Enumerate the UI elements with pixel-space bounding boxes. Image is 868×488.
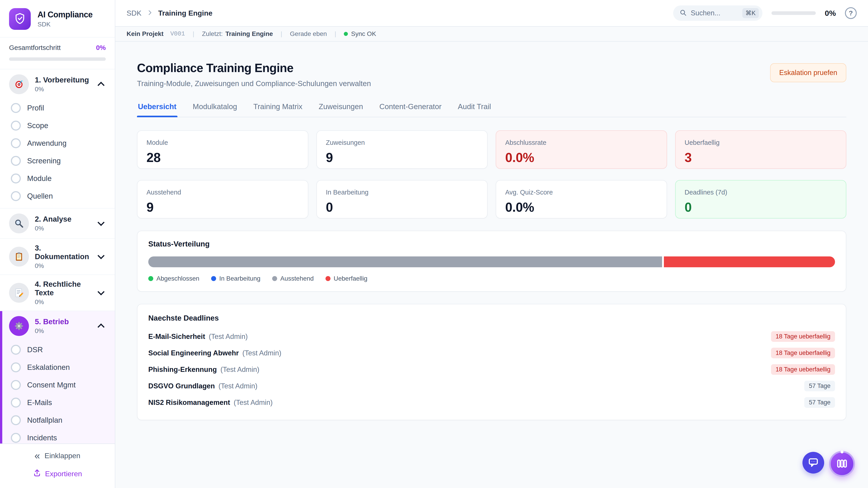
app-logo [9,8,31,30]
deadline-module: NIS2 Risikomanagement [148,398,230,407]
legend-dot-icon [148,276,153,281]
tab-content-generator[interactable]: Content-Generator [378,101,442,117]
sync-status-text: Sync OK [351,30,376,37]
sidebar-item-notfallplan[interactable]: Notfallplan [0,412,115,429]
tab-modulkatalog[interactable]: Modulkatalog [192,101,238,117]
step-label: Profil [27,104,44,112]
sidebar-item-incidents[interactable]: Incidents [0,429,115,444]
sidebar-item-dsr[interactable]: DSR [0,341,115,359]
app-subtitle: SDK [37,21,93,28]
sidebar-nav: 1. Vorbereitung 0% Profil Scope Anwendun… [0,69,115,444]
deadline-module: Phishing-Erkennung [148,365,217,374]
target-icon [9,74,29,94]
step-circle-icon [11,415,21,425]
search-box[interactable]: ⌘K [673,5,763,21]
stat-value: 9 [147,200,299,215]
tab-uebersicht[interactable]: Uebersicht [137,101,178,117]
sidebar-item-module[interactable]: Module [0,170,115,187]
deadline-assignee: (Test Admin) [242,349,281,357]
page-title: Compliance Training Engine [137,61,371,75]
deadline-row: NIS2 Risikomanagement (Test Admin) 57 Ta… [148,394,835,411]
stat-card: Module 28 [137,130,308,169]
upload-icon [33,468,41,479]
sidebar-item-anwendung[interactable]: Anwendung [0,134,115,152]
tab-bar: UebersichtModulkatalogTraining MatrixZuw… [137,101,846,117]
section-progress: 0% [35,298,93,306]
double-chevron-left-icon: « [35,453,40,459]
step-circle-icon [11,103,21,113]
sidebar-section: 5. Betrieb 0% DSR Eskalationen Consent M… [0,311,115,444]
app-root: AI Compliance SDK Gesamtfortschritt 0% 1… [0,0,868,488]
sidebar-item-profil[interactable]: Profil [0,99,115,117]
breadcrumb-root[interactable]: SDK [127,9,142,18]
legend-item: Ueberfaellig [326,275,367,282]
export-button[interactable]: Exportieren [33,468,82,479]
sidebar-section-header[interactable]: 2. Analyse 0% [0,208,115,238]
step-label: Module [27,174,52,183]
gear-icon [9,316,29,336]
help-button[interactable]: ? [845,7,857,19]
search-shortcut-badge: ⌘K [742,8,759,18]
stat-value: 0.0% [505,200,657,215]
deadlines-list: E-Mail-Sicherheit (Test Admin) 18 Tage u… [148,328,835,411]
deadline-module: Social Engineering Abwehr [148,349,239,357]
overall-progress-track [9,57,106,61]
sidebar-section-header[interactable]: 5. Betrieb 0% [0,311,115,341]
search-icon [680,9,687,17]
breadcrumb-current: Training Engine [158,9,213,18]
collapse-sidebar-button[interactable]: « Einklappen [35,452,81,460]
stat-value: 0.0% [505,150,657,165]
overall-progress-label: Gesamtfortschritt [9,44,61,52]
status-distribution-panel: Status-Verteilung Abgeschlossen In Bearb… [137,231,846,292]
step-label: E-Mails [27,398,52,407]
step-circle-icon [11,433,21,443]
section-progress: 0% [35,225,93,232]
deadline-module: DSGVO Grundlagen [148,382,215,390]
sidebar-header: AI Compliance SDK [0,0,115,37]
tab-training-matrix[interactable]: Training Matrix [252,101,303,117]
tab-audit-trail[interactable]: Audit Trail [457,101,492,117]
deadline-badge: 18 Tage ueberfaellig [771,348,835,358]
section-items: Profil Scope Anwendung Screening Module … [0,99,115,208]
step-circle-icon [11,362,21,372]
check-escalation-button[interactable]: Eskalation pruefen [770,63,846,82]
sidebar-section: 3. Dokumentation 0% [0,238,115,274]
sidebar-item-eskalationen[interactable]: Eskalationen [0,359,115,376]
deadline-badge: 18 Tage ueberfaellig [771,364,835,375]
chevron-up-icon [97,324,104,330]
clipboard-icon [9,247,29,267]
version-tag: V001 [170,31,185,37]
deadline-row: Phishing-Erkennung (Test Admin) 18 Tage … [148,361,835,378]
status-legend: Abgeschlossen In Bearbeitung Ausstehend … [148,275,835,282]
columns-fab-button[interactable] [829,451,855,477]
sidebar-item-e-mails[interactable]: E-Mails [0,394,115,412]
last-module-label: Zuletzt: [202,30,223,37]
sidebar-section-header[interactable]: 3. Dokumentation 0% [0,239,115,274]
step-circle-icon [11,345,21,355]
step-label: Scope [27,121,49,130]
sidebar-section: 2. Analyse 0% [0,208,115,238]
search-input[interactable] [691,9,738,17]
step-label: Consent Mgmt [27,381,76,389]
deadlines-title: Naechste Deadlines [148,314,835,322]
step-circle-icon [11,173,21,184]
stat-label: Deadlines (7d) [685,189,837,196]
sidebar-item-scope[interactable]: Scope [0,117,115,134]
chat-fab-button[interactable] [802,452,824,474]
sidebar-section-header[interactable]: 4. Rechtliche Texte 0% [0,275,115,311]
status-bar: Kein Projekt V001 | Zuletzt: Training En… [115,27,868,41]
sidebar-section-header[interactable]: 1. Vorbereitung 0% [0,69,115,99]
stat-value: 28 [147,150,299,165]
tab-zuweisungen[interactable]: Zuweisungen [318,101,364,117]
sidebar-item-screening[interactable]: Screening [0,152,115,170]
top-bar: SDK Training Engine ⌘K 0% ? [115,0,868,27]
step-label: DSR [27,346,43,354]
sidebar-item-consent-mgmt[interactable]: Consent Mgmt [0,376,115,394]
status-distribution-bar [148,256,835,267]
sidebar-item-quellen[interactable]: Quellen [0,187,115,205]
header-progress-value: 0% [825,9,836,18]
deadline-badge: 18 Tage ueberfaellig [771,331,835,342]
step-label: Quellen [27,192,53,200]
stat-label: Abschlussrate [505,139,657,147]
deadline-module: E-Mail-Sicherheit [148,332,205,341]
